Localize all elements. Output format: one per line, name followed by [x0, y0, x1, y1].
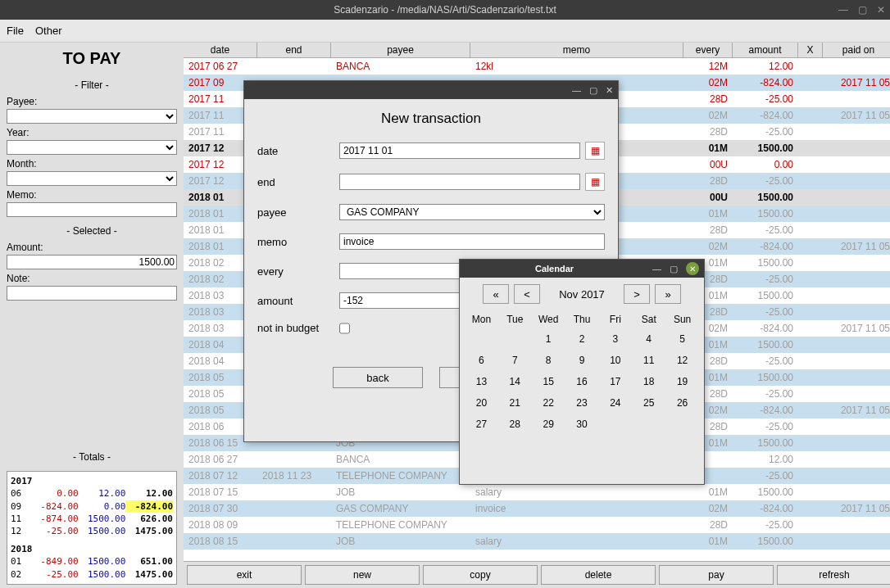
col-end[interactable]: end	[257, 43, 331, 57]
calendar-day	[665, 414, 699, 435]
end-field[interactable]	[339, 174, 580, 190]
memo-filter-input[interactable]	[7, 202, 177, 217]
calendar-day[interactable]: 8	[532, 350, 565, 371]
dialog-maximize-icon[interactable]: ▢	[589, 85, 597, 96]
calendar-maximize-icon[interactable]: ▢	[670, 264, 678, 274]
memo-filter-label: Memo:	[7, 189, 177, 201]
calendar-day[interactable]: 20	[465, 392, 498, 414]
col-amount[interactable]: amount	[733, 43, 798, 57]
new-button[interactable]: new	[305, 565, 420, 585]
budget-checkbox[interactable]	[339, 323, 350, 334]
month-filter-select[interactable]	[7, 171, 177, 186]
calendar-day	[632, 414, 665, 435]
calendar-day[interactable]: 18	[632, 371, 665, 392]
next-month-button[interactable]: >	[624, 284, 650, 304]
calendar-day[interactable]: 15	[532, 371, 565, 392]
close-icon[interactable]: ✕	[877, 4, 885, 16]
memo-field[interactable]	[339, 233, 605, 250]
payee-filter-select[interactable]	[7, 109, 177, 124]
menu-other[interactable]: Other	[35, 25, 62, 37]
payee-field-label: payee	[257, 206, 339, 219]
every-field-label: every	[257, 265, 339, 278]
calendar-dow: Fri	[598, 310, 632, 328]
table-row[interactable]: 2017 06 27BANCA12kl12M12.00	[184, 58, 890, 75]
col-payee[interactable]: payee	[331, 43, 470, 57]
prev-month-button[interactable]: <	[514, 284, 540, 304]
calendar-day[interactable]: 4	[632, 328, 665, 350]
calendar-day	[465, 328, 498, 350]
col-memo[interactable]: memo	[470, 43, 683, 57]
calendar-day[interactable]: 29	[532, 414, 565, 435]
calendar-day[interactable]: 5	[665, 328, 699, 350]
table-row[interactable]: 2018 07 15JOBsalary01M1500.00	[184, 484, 890, 500]
calendar-day[interactable]: 21	[498, 392, 532, 414]
calendar-day[interactable]: 11	[632, 350, 665, 371]
selected-heading: - Selected -	[7, 225, 177, 237]
calendar-day[interactable]: 3	[598, 328, 632, 350]
col-date[interactable]: date	[184, 43, 257, 57]
minimize-icon[interactable]: —	[838, 4, 848, 16]
calendar-day[interactable]: 13	[465, 371, 498, 392]
calendar-day[interactable]: 9	[565, 350, 599, 371]
pay-button[interactable]: pay	[659, 565, 774, 585]
prev-year-button[interactable]: «	[483, 284, 509, 304]
copy-button[interactable]: copy	[423, 565, 538, 585]
note-label: Note:	[7, 273, 177, 284]
budget-field-label: not in budget	[257, 322, 339, 334]
calendar-day[interactable]: 23	[565, 392, 599, 414]
note-input[interactable]	[7, 286, 177, 301]
exit-button[interactable]: exit	[187, 565, 302, 585]
year-filter-select[interactable]	[7, 140, 177, 155]
calendar-day[interactable]: 2	[565, 328, 599, 350]
calendar-minimize-icon[interactable]: —	[652, 264, 661, 274]
delete-button[interactable]: delete	[541, 565, 656, 585]
calendar-day[interactable]: 22	[532, 392, 565, 414]
calendar-day	[498, 328, 532, 350]
refresh-button[interactable]: refresh	[777, 565, 890, 585]
calendar-day[interactable]: 28	[498, 414, 532, 435]
end-calendar-icon[interactable]: ▦	[585, 173, 605, 191]
payee-field[interactable]: GAS COMPANY	[339, 204, 605, 220]
maximize-icon[interactable]: ▢	[858, 4, 867, 16]
next-year-button[interactable]: »	[655, 284, 681, 304]
col-every[interactable]: every	[683, 43, 733, 57]
calendar-day[interactable]: 27	[465, 414, 498, 435]
calendar-day[interactable]: 1	[532, 328, 565, 350]
table-row[interactable]: 2018 07 30GAS COMPANYinvoice02M-824.0020…	[184, 500, 890, 517]
year-filter-label: Year:	[7, 127, 177, 138]
date-field[interactable]	[339, 142, 580, 159]
back-button[interactable]: back	[333, 367, 423, 388]
calendar-day[interactable]: 19	[665, 371, 699, 392]
calendar-month-year: Nov 2017	[545, 288, 619, 301]
calendar-close-icon[interactable]: ✕	[686, 262, 699, 275]
col-paid[interactable]: paid on	[823, 43, 890, 57]
calendar-day[interactable]: 25	[632, 392, 665, 414]
calendar-day[interactable]: 26	[665, 392, 699, 414]
amount-label: Amount:	[7, 242, 177, 253]
calendar-day[interactable]: 14	[498, 371, 532, 392]
calendar-day[interactable]: 24	[598, 392, 632, 414]
calendar-day[interactable]: 30	[565, 414, 599, 435]
totals-heading: - Totals -	[7, 451, 177, 463]
calendar-day[interactable]: 6	[465, 350, 498, 371]
table-row[interactable]: 2018 08 09TELEPHONE COMPANY28D-25.00	[184, 517, 890, 533]
calendar-day[interactable]: 16	[565, 371, 599, 392]
calendar-dow: Tue	[498, 310, 532, 328]
table-row[interactable]: 2018 08 15JOBsalary01M1500.00	[184, 533, 890, 550]
menu-file[interactable]: File	[7, 25, 24, 37]
calendar-dow: Thu	[565, 310, 599, 328]
date-calendar-icon[interactable]: ▦	[585, 142, 605, 160]
calendar-day[interactable]: 10	[598, 350, 632, 371]
amount-input[interactable]	[7, 255, 177, 269]
col-x[interactable]: X	[798, 43, 823, 57]
calendar-day[interactable]: 7	[498, 350, 532, 371]
memo-field-label: memo	[257, 236, 339, 248]
sidebar-title: TO PAY	[7, 49, 177, 68]
month-filter-label: Month:	[7, 158, 177, 170]
end-field-label: end	[257, 176, 339, 188]
calendar-day[interactable]: 12	[665, 350, 699, 371]
dialog-close-icon[interactable]: ✕	[606, 85, 613, 96]
calendar-day[interactable]: 17	[598, 371, 632, 392]
dialog-minimize-icon[interactable]: —	[572, 85, 581, 95]
menubar: File Other	[0, 20, 890, 43]
